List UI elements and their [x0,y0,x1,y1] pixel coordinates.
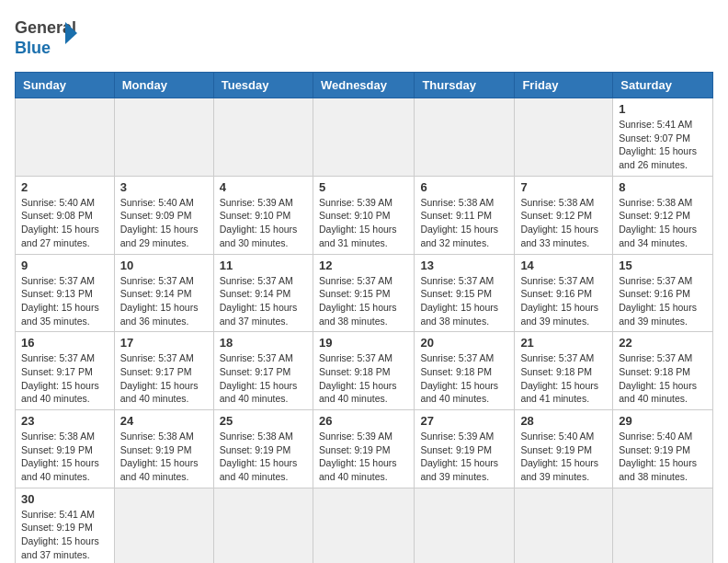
day-info: Sunrise: 5:39 AMSunset: 9:10 PMDaylight:… [319,196,408,250]
day-number: 15 [619,259,707,272]
day-number: 10 [120,259,208,272]
day-number: 13 [420,259,508,272]
calendar-cell: 18Sunrise: 5:37 AMSunset: 9:17 PMDayligh… [213,332,313,410]
day-number: 23 [21,414,108,428]
calendar-cell: 26Sunrise: 5:39 AMSunset: 9:19 PMDayligh… [313,410,414,488]
day-number: 5 [319,180,408,194]
day-info: Sunrise: 5:37 AMSunset: 9:18 PMDaylight:… [520,351,607,406]
day-info: Sunrise: 5:37 AMSunset: 9:17 PMDaylight:… [120,351,208,406]
day-info: Sunrise: 5:39 AMSunset: 9:19 PMDaylight:… [319,430,408,484]
calendar-cell: 16Sunrise: 5:37 AMSunset: 9:17 PMDayligh… [16,332,115,410]
calendar-cell [313,98,414,177]
calendar-cell [515,488,613,563]
day-header-sunday: Sunday [16,73,115,98]
day-number: 9 [21,259,108,272]
day-header-saturday: Saturday [613,73,713,98]
calendar-cell: 21Sunrise: 5:37 AMSunset: 9:18 PMDayligh… [515,332,613,410]
day-info: Sunrise: 5:37 AMSunset: 9:17 PMDaylight:… [21,351,108,406]
day-number: 17 [120,336,208,350]
day-info: Sunrise: 5:37 AMSunset: 9:18 PMDaylight:… [619,351,707,406]
calendar-cell: 30Sunrise: 5:41 AMSunset: 9:19 PMDayligh… [16,488,115,563]
day-number: 11 [220,259,307,272]
day-info: Sunrise: 5:38 AMSunset: 9:12 PMDaylight:… [619,196,707,250]
day-number: 8 [619,180,707,194]
calendar-week-row: 16Sunrise: 5:37 AMSunset: 9:17 PMDayligh… [16,332,713,410]
calendar-cell [613,488,713,563]
calendar-week-row: 1Sunrise: 5:41 AMSunset: 9:07 PMDaylight… [16,98,713,177]
calendar-cell [114,488,213,563]
day-number: 12 [319,259,408,272]
day-number: 24 [120,414,208,428]
day-info: Sunrise: 5:37 AMSunset: 9:16 PMDaylight:… [619,274,707,328]
calendar-cell: 5Sunrise: 5:39 AMSunset: 9:10 PMDaylight… [313,176,414,254]
day-number: 16 [21,336,108,350]
day-info: Sunrise: 5:37 AMSunset: 9:14 PMDaylight:… [120,274,208,328]
calendar-cell: 17Sunrise: 5:37 AMSunset: 9:17 PMDayligh… [114,332,213,410]
day-number: 7 [520,180,607,194]
day-number: 22 [619,336,707,350]
day-number: 26 [319,414,408,428]
day-info: Sunrise: 5:37 AMSunset: 9:17 PMDaylight:… [220,351,307,406]
day-header-thursday: Thursday [415,73,515,98]
calendar-week-row: 9Sunrise: 5:37 AMSunset: 9:13 PMDaylight… [16,254,713,332]
calendar-cell: 11Sunrise: 5:37 AMSunset: 9:14 PMDayligh… [213,254,313,332]
day-number: 29 [619,414,707,428]
day-number: 30 [21,492,108,506]
calendar-cell [213,488,313,563]
day-number: 18 [220,336,307,350]
calendar-cell: 27Sunrise: 5:39 AMSunset: 9:19 PMDayligh… [415,410,515,488]
day-info: Sunrise: 5:41 AMSunset: 9:19 PMDaylight:… [21,508,108,562]
calendar-cell [313,488,414,563]
calendar-cell: 15Sunrise: 5:37 AMSunset: 9:16 PMDayligh… [613,254,713,332]
calendar-header-row: SundayMondayTuesdayWednesdayThursdayFrid… [16,73,713,98]
day-number: 6 [420,180,508,194]
calendar-cell: 28Sunrise: 5:40 AMSunset: 9:19 PMDayligh… [515,410,613,488]
day-info: Sunrise: 5:38 AMSunset: 9:11 PMDaylight:… [420,196,508,250]
day-info: Sunrise: 5:39 AMSunset: 9:19 PMDaylight:… [420,430,508,484]
day-header-monday: Monday [114,73,213,98]
day-info: Sunrise: 5:37 AMSunset: 9:18 PMDaylight:… [420,351,508,406]
day-number: 2 [21,180,108,194]
generalblue-logo: GeneralBlue [15,15,88,61]
calendar-cell: 19Sunrise: 5:37 AMSunset: 9:18 PMDayligh… [313,332,414,410]
calendar-cell [114,98,213,177]
day-info: Sunrise: 5:37 AMSunset: 9:14 PMDaylight:… [220,274,307,328]
calendar-week-row: 23Sunrise: 5:38 AMSunset: 9:19 PMDayligh… [16,410,713,488]
calendar-cell [213,98,313,177]
calendar-cell: 6Sunrise: 5:38 AMSunset: 9:11 PMDaylight… [415,176,515,254]
calendar-cell: 14Sunrise: 5:37 AMSunset: 9:16 PMDayligh… [515,254,613,332]
calendar-week-row: 30Sunrise: 5:41 AMSunset: 9:19 PMDayligh… [16,488,713,563]
day-number: 20 [420,336,508,350]
calendar-cell: 7Sunrise: 5:38 AMSunset: 9:12 PMDaylight… [515,176,613,254]
calendar-cell: 10Sunrise: 5:37 AMSunset: 9:14 PMDayligh… [114,254,213,332]
calendar-cell [415,98,515,177]
day-header-friday: Friday [515,73,613,98]
calendar-cell: 24Sunrise: 5:38 AMSunset: 9:19 PMDayligh… [114,410,213,488]
day-info: Sunrise: 5:37 AMSunset: 9:15 PMDaylight:… [319,274,408,328]
day-info: Sunrise: 5:38 AMSunset: 9:19 PMDaylight:… [220,430,307,484]
day-info: Sunrise: 5:37 AMSunset: 9:13 PMDaylight:… [21,274,108,328]
day-number: 27 [420,414,508,428]
calendar-cell: 22Sunrise: 5:37 AMSunset: 9:18 PMDayligh… [613,332,713,410]
calendar-cell: 25Sunrise: 5:38 AMSunset: 9:19 PMDayligh… [213,410,313,488]
calendar-cell: 9Sunrise: 5:37 AMSunset: 9:13 PMDaylight… [16,254,115,332]
day-info: Sunrise: 5:38 AMSunset: 9:12 PMDaylight:… [520,196,607,250]
page-header: GeneralBlue [15,15,713,61]
day-header-wednesday: Wednesday [313,73,414,98]
day-number: 28 [520,414,607,428]
logo: GeneralBlue [15,15,88,61]
day-info: Sunrise: 5:37 AMSunset: 9:18 PMDaylight:… [319,351,408,406]
calendar-cell: 13Sunrise: 5:37 AMSunset: 9:15 PMDayligh… [415,254,515,332]
day-info: Sunrise: 5:40 AMSunset: 9:19 PMDaylight:… [520,430,607,484]
day-info: Sunrise: 5:41 AMSunset: 9:07 PMDaylight:… [619,118,707,172]
day-info: Sunrise: 5:39 AMSunset: 9:10 PMDaylight:… [220,196,307,250]
day-number: 25 [220,414,307,428]
calendar-cell: 8Sunrise: 5:38 AMSunset: 9:12 PMDaylight… [613,176,713,254]
calendar-cell: 20Sunrise: 5:37 AMSunset: 9:18 PMDayligh… [415,332,515,410]
calendar-week-row: 2Sunrise: 5:40 AMSunset: 9:08 PMDaylight… [16,176,713,254]
calendar-cell: 3Sunrise: 5:40 AMSunset: 9:09 PMDaylight… [114,176,213,254]
calendar-cell [415,488,515,563]
calendar-cell: 23Sunrise: 5:38 AMSunset: 9:19 PMDayligh… [16,410,115,488]
calendar-cell: 4Sunrise: 5:39 AMSunset: 9:10 PMDaylight… [213,176,313,254]
calendar-cell: 12Sunrise: 5:37 AMSunset: 9:15 PMDayligh… [313,254,414,332]
